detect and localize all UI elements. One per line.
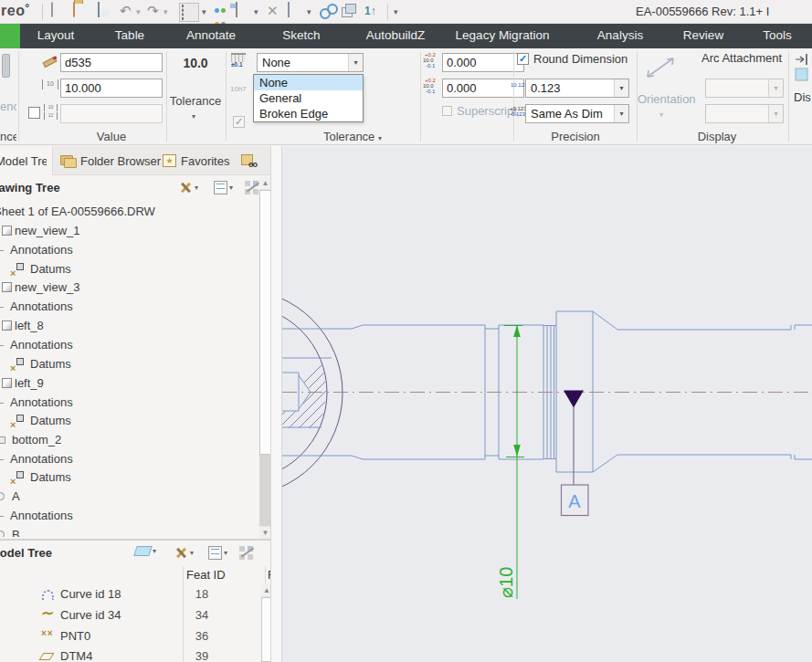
tree-item-annotations[interactable]: Annotations: [0, 336, 258, 354]
redo-dropdown-icon[interactable]: ▾: [163, 7, 168, 16]
tree-item-view[interactable]: left_9: [0, 374, 258, 393]
ruler-icon[interactable]: [288, 3, 306, 21]
scroll-down-icon[interactable]: ▼: [259, 527, 271, 539]
tree-item-view[interactable]: left_8: [0, 317, 258, 335]
panel-resize-sash[interactable]: [271, 146, 282, 662]
model-tree-tools-icon[interactable]: ▾: [174, 546, 194, 560]
tab-tools[interactable]: Tools: [763, 28, 792, 42]
datum-symbol[interactable]: A: [562, 391, 589, 516]
window-refit-icon[interactable]: [236, 3, 254, 21]
undo-icon[interactable]: ↶: [120, 3, 138, 21]
upper-tolerance-input[interactable]: [442, 53, 524, 72]
save-icon[interactable]: [98, 3, 116, 21]
tab-table[interactable]: Table: [115, 28, 144, 42]
angular-precision-caret-icon[interactable]: ▾: [614, 105, 628, 122]
round-dimension-checkbox[interactable]: ✓: [517, 53, 529, 65]
tree-item-datums[interactable]: Datums: [0, 355, 258, 373]
model-tree-filter-icon[interactable]: [239, 546, 255, 560]
tab-legacy-migration[interactable]: Legacy Migration: [456, 28, 550, 42]
tree-item-view[interactable]: bottom_2: [0, 431, 258, 449]
drawing-tree-filter-icon[interactable]: [245, 181, 260, 194]
tree-item-view[interactable]: new_view_1: [0, 222, 258, 240]
scroll-up-icon[interactable]: ▲: [259, 177, 271, 189]
scrollbar-thumb[interactable]: [259, 190, 271, 455]
tree-item-annotations[interactable]: Annotations: [0, 394, 258, 412]
expander-icon[interactable]: [0, 403, 4, 404]
expander-icon[interactable]: [0, 307, 4, 308]
panel-splitter[interactable]: [0, 539, 271, 541]
diameter-dimension[interactable]: ⌀10: [496, 325, 524, 599]
tree-item-datums[interactable]: Datums: [0, 260, 258, 278]
tab-review[interactable]: Review: [683, 28, 723, 42]
dimension-name-input[interactable]: [60, 53, 163, 72]
drawing-tree-tools-icon[interactable]: ▾: [178, 181, 198, 194]
tolerance-button-caret-icon[interactable]: ▾: [192, 112, 195, 121]
search-tab[interactable]: [236, 146, 262, 175]
undo-dropdown-icon[interactable]: ▾: [136, 7, 141, 16]
linear-precision-combobox[interactable]: 0.123 ▾: [525, 79, 629, 98]
model-tree-show-icon[interactable]: ▾: [135, 546, 156, 556]
model-tree-settings-icon[interactable]: ▾: [208, 546, 227, 560]
tree-item-view[interactable]: new_view_3: [0, 278, 258, 297]
tree-item-annotations[interactable]: Annotations: [0, 507, 258, 525]
tab-model-tree[interactable]: Model Tree: [0, 146, 53, 175]
datum-label-text[interactable]: A: [568, 491, 581, 511]
tab-layout[interactable]: Layout: [37, 28, 75, 42]
model-tree-scrollbar[interactable]: ▲: [261, 584, 271, 662]
feat-id-column-header[interactable]: Feat ID: [186, 568, 226, 582]
regenerate-icon[interactable]: [214, 3, 232, 21]
model-tree-row[interactable]: ∼Curve id 3434: [0, 606, 258, 625]
drawing-tree-settings-icon[interactable]: ▾: [214, 181, 233, 194]
scrollbar-track[interactable]: [259, 455, 271, 526]
scrollbar-thumb[interactable]: [261, 597, 271, 662]
tab-folder-browser[interactable]: Folder Browser: [55, 146, 166, 175]
open-file-icon[interactable]: [73, 3, 91, 21]
select-dropdown-icon[interactable]: ▾: [202, 7, 206, 16]
model-tree-row[interactable]: ××PNT036: [0, 627, 258, 646]
measure-icon[interactable]: [320, 3, 338, 21]
linear-precision-caret-icon[interactable]: ▾: [614, 79, 628, 97]
expander-icon[interactable]: [0, 516, 4, 517]
tab-favorites[interactable]: ★ Favorites: [157, 146, 235, 175]
scroll-up-icon[interactable]: ▲: [261, 584, 271, 596]
tree-item-datums[interactable]: Datums: [0, 468, 258, 487]
expander-icon[interactable]: [0, 345, 4, 346]
sort-order-icon[interactable]: 1↑: [364, 5, 383, 23]
tab-annotate[interactable]: Annotate: [186, 28, 236, 42]
tree-item-datum-a[interactable]: A: [0, 488, 258, 506]
ruler-dropdown-icon[interactable]: ▾: [307, 7, 311, 16]
drawing-canvas[interactable]: ⌀10 A: [282, 146, 812, 662]
dropdown-option-general[interactable]: General: [254, 90, 363, 106]
tab-autobuildz[interactable]: AutobuildZ: [366, 28, 426, 42]
tolerance-mode-combobox[interactable]: None ▾: [257, 53, 364, 72]
tree-item-annotations[interactable]: Annotations: [0, 241, 258, 259]
select-box-icon[interactable]: [179, 3, 199, 22]
expander-icon[interactable]: [0, 459, 4, 460]
expander-icon[interactable]: [0, 250, 4, 251]
tree-item-datum-b[interactable]: B: [0, 526, 258, 537]
layers-icon[interactable]: [342, 3, 360, 21]
close-icon[interactable]: ✕: [267, 3, 285, 21]
tree-item-datums[interactable]: Datums: [0, 412, 258, 430]
redo-icon[interactable]: ↷: [147, 3, 165, 21]
model-tree-row[interactable]: DTM439: [0, 647, 258, 662]
drawing-tree-scrollbar[interactable]: ▲ ▼: [259, 177, 271, 539]
new-file-icon[interactable]: [51, 3, 69, 21]
refit-dropdown-icon[interactable]: ▾: [254, 7, 258, 16]
dropdown-option-none[interactable]: None: [254, 75, 363, 90]
dimension-text[interactable]: ⌀10: [496, 567, 516, 598]
file-menu-button[interactable]: [0, 24, 20, 48]
tree-item-sheet[interactable]: Sheet 1 of EA-00559666.DRW: [0, 203, 258, 221]
angular-precision-combobox[interactable]: Same As Dim ▾: [525, 104, 629, 123]
dimension-value-input[interactable]: [60, 79, 163, 98]
model-tree-row[interactable]: Curve id 1818: [0, 585, 258, 604]
tolerance-mode-caret-icon[interactable]: ▾: [348, 54, 363, 71]
override-value-checkbox[interactable]: [28, 107, 40, 119]
tree-item-annotations[interactable]: Annotations: [0, 450, 258, 468]
tree-item-annotations[interactable]: Annotations: [0, 298, 258, 316]
toolbar-more-icon[interactable]: ▾: [394, 7, 398, 16]
dropdown-option-broken-edge[interactable]: Broken Edge: [254, 106, 363, 121]
tolerance-button-label[interactable]: Tolerance: [167, 94, 224, 108]
tab-analysis[interactable]: Analysis: [597, 28, 643, 42]
tab-sketch[interactable]: Sketch: [282, 28, 320, 42]
